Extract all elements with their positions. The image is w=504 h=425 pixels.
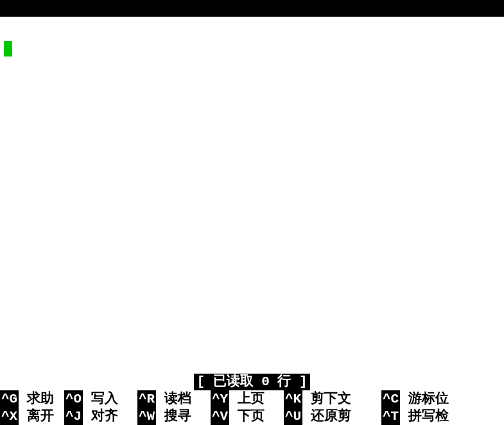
shortcut-help[interactable]: ^G 求助 bbox=[0, 390, 64, 408]
shortcut-label: 拼写检 bbox=[400, 408, 449, 425]
shortcut-key: ^W bbox=[137, 408, 156, 425]
shortcut-key: ^C bbox=[381, 390, 400, 408]
shortcut-key: ^Y bbox=[211, 390, 229, 408]
shortcut-row-2: ^X 离开 ^J 对齐 ^W 搜寻 ^V 下页 ^U 还原剪 ^T 拼写检 bbox=[0, 408, 504, 425]
shortcut-read[interactable]: ^R 读档 bbox=[137, 390, 211, 408]
shortcut-nextpage[interactable]: ^V 下页 bbox=[211, 408, 284, 425]
cursor bbox=[4, 41, 12, 56]
shortcut-label: 还原剪 bbox=[302, 408, 351, 425]
shortcut-label: 读档 bbox=[156, 390, 191, 408]
editor-area[interactable] bbox=[0, 17, 504, 374]
status-message: [ 已读取 0 行 ] bbox=[194, 374, 309, 390]
shortcut-label: 求助 bbox=[19, 390, 54, 408]
shortcut-row-1: ^G 求助 ^O 写入 ^R 读档 ^Y 上页 ^K 剪下文 ^C 游标位 bbox=[0, 390, 504, 408]
shortcut-label: 离开 bbox=[19, 408, 54, 425]
shortcut-label: 写入 bbox=[83, 390, 118, 408]
shortcut-exit[interactable]: ^X 离开 bbox=[0, 408, 64, 425]
shortcut-cut[interactable]: ^K 剪下文 bbox=[284, 390, 381, 408]
shortcut-bar: ^G 求助 ^O 写入 ^R 读档 ^Y 上页 ^K 剪下文 ^C 游标位 ^X… bbox=[0, 390, 504, 425]
shortcut-key: ^R bbox=[137, 390, 156, 408]
shortcut-key: ^U bbox=[284, 408, 302, 425]
status-line: [ 已读取 0 行 ] bbox=[0, 374, 504, 390]
shortcut-prevpage[interactable]: ^Y 上页 bbox=[211, 390, 284, 408]
shortcut-key: ^G bbox=[0, 390, 19, 408]
shortcut-label: 剪下文 bbox=[302, 390, 351, 408]
shortcut-key: ^J bbox=[64, 408, 83, 425]
shortcut-label: 游标位 bbox=[400, 390, 449, 408]
shortcut-label: 对齐 bbox=[83, 408, 118, 425]
shortcut-label: 下页 bbox=[229, 408, 265, 425]
shortcut-label: 搜寻 bbox=[156, 408, 191, 425]
shortcut-key: ^X bbox=[0, 408, 19, 425]
shortcut-label: 上页 bbox=[229, 390, 265, 408]
shortcut-key: ^K bbox=[284, 390, 302, 408]
shortcut-key: ^T bbox=[381, 408, 400, 425]
shortcut-key: ^V bbox=[211, 408, 229, 425]
shortcut-search[interactable]: ^W 搜寻 bbox=[137, 408, 211, 425]
shortcut-cursorpos[interactable]: ^C 游标位 bbox=[381, 390, 497, 408]
shortcut-justify[interactable]: ^J 对齐 bbox=[64, 408, 137, 425]
shortcut-key: ^O bbox=[64, 390, 83, 408]
shortcut-write[interactable]: ^O 写入 bbox=[64, 390, 137, 408]
shortcut-uncut[interactable]: ^U 还原剪 bbox=[284, 408, 381, 425]
shortcut-spell[interactable]: ^T 拼写检 bbox=[381, 408, 497, 425]
title-bar: GNU nano 2.0.9 文件: pr.c bbox=[0, 0, 504, 17]
